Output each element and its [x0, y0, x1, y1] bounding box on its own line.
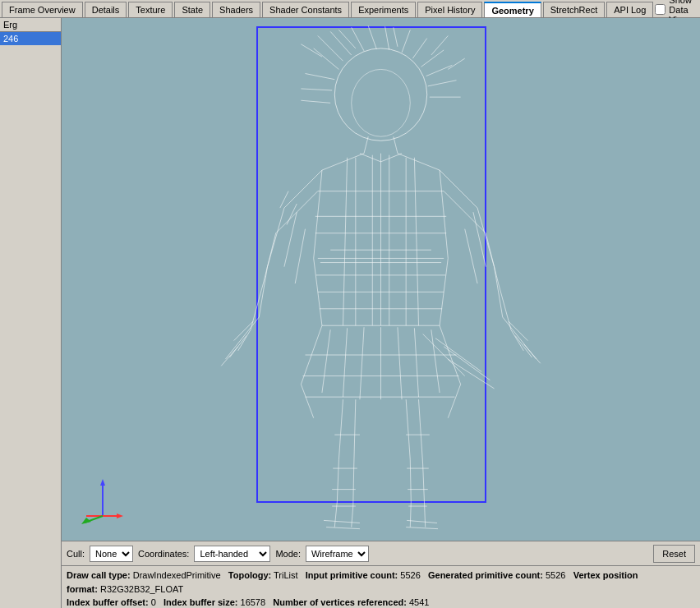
mode-select[interactable]: Wireframe Solid Textured	[306, 546, 369, 562]
svg-line-46	[251, 283, 263, 329]
svg-line-64	[515, 335, 532, 357]
svg-line-51	[238, 329, 251, 351]
svg-line-57	[477, 208, 494, 267]
mode-label: Mode:	[275, 549, 301, 559]
tab-experiments[interactable]: Experiments	[351, 2, 416, 17]
tab-pixel-history[interactable]: Pixel History	[417, 2, 482, 17]
topology-val: TriList	[274, 570, 298, 580]
svg-line-8	[412, 39, 426, 59]
svg-line-84	[354, 399, 356, 464]
svg-line-87	[334, 502, 337, 527]
svg-line-117	[473, 212, 486, 266]
svg-line-20	[301, 100, 330, 103]
svg-line-69	[301, 385, 313, 418]
svg-line-47	[280, 191, 288, 208]
viewport[interactable]	[62, 18, 700, 541]
svg-line-115	[284, 212, 297, 266]
tab-shaders[interactable]: Shaders	[212, 2, 260, 17]
svg-line-10	[426, 65, 453, 76]
svg-point-0	[334, 48, 426, 140]
coordinates-select[interactable]: Left-handed Right-handed	[194, 546, 270, 562]
svg-marker-126	[81, 518, 91, 524]
tab-frame-overview[interactable]: Frame Overview	[2, 2, 83, 17]
svg-line-116	[295, 229, 305, 283]
svg-line-94	[324, 520, 360, 523]
svg-line-100	[425, 506, 426, 527]
wireframe-character	[62, 18, 700, 541]
tab-stretchrect[interactable]: StretchRect	[543, 2, 605, 17]
controls-bar: Cull: None CW CCW Coordinates: Left-hand…	[62, 541, 700, 565]
svg-line-24	[322, 154, 364, 170]
svg-line-16	[338, 30, 355, 48]
svg-line-60	[499, 283, 511, 329]
tab-api-log[interactable]: API Log	[606, 2, 653, 17]
sidebar: Erg 246	[0, 18, 62, 608]
svg-line-97	[410, 460, 411, 502]
tab-state[interactable]: State	[174, 2, 210, 17]
svg-line-63	[511, 329, 523, 351]
cull-select[interactable]: None CW CCW	[90, 546, 133, 562]
svg-point-21	[352, 69, 411, 136]
svg-line-111	[360, 154, 381, 162]
svg-line-70	[448, 385, 460, 418]
svg-line-5	[368, 25, 376, 49]
svg-line-32	[343, 158, 347, 325]
index-size-val: 16578	[241, 597, 266, 607]
sidebar-item[interactable]: 246	[0, 32, 61, 45]
tab-details[interactable]: Details	[85, 2, 127, 17]
input-primitive-label: Input primitive count:	[306, 570, 398, 580]
svg-line-118	[465, 229, 477, 283]
topology-label: Topology:	[228, 570, 271, 580]
svg-line-56	[444, 191, 486, 233]
vertex-format-val: R32G32B32_FLOAT	[100, 584, 183, 594]
svg-line-66	[523, 344, 540, 364]
svg-line-12	[305, 74, 334, 80]
index-size-label: Index buffer size:	[163, 597, 237, 607]
draw-call-type-val: DrawIndexedPrimitive	[133, 570, 221, 580]
svg-line-7	[402, 30, 410, 53]
svg-line-99	[410, 502, 411, 527]
svg-line-98	[423, 464, 425, 506]
info-line-1: Draw call type: DrawIndexedPrimitive Top…	[67, 569, 695, 596]
svg-line-13	[301, 89, 332, 90]
axis-widget	[78, 475, 127, 524]
tab-shader-constants[interactable]: Shader Constants	[262, 2, 349, 17]
generated-primitive-val: 5526	[546, 570, 565, 580]
index-offset-val: 0	[151, 597, 156, 607]
tab-texture[interactable]: Texture	[128, 2, 173, 17]
info-bar: Draw call type: DrawIndexedPrimitive Top…	[62, 565, 700, 608]
svg-line-48	[287, 204, 297, 225]
right-panel: Cull: None CW CCW Coordinates: Left-hand…	[62, 18, 700, 608]
input-primitive-val: 5526	[400, 570, 420, 580]
reset-button[interactable]: Reset	[653, 545, 695, 563]
svg-line-49	[242, 317, 259, 339]
svg-line-53	[225, 339, 242, 360]
svg-line-55	[440, 170, 477, 208]
svg-line-86	[353, 464, 354, 506]
svg-line-50	[234, 321, 254, 341]
svg-line-17	[394, 27, 398, 47]
svg-line-96	[419, 399, 423, 464]
svg-marker-122	[100, 479, 105, 486]
svg-line-43	[267, 208, 283, 267]
svg-line-27	[440, 170, 448, 258]
svg-line-75	[431, 329, 440, 393]
svg-line-119	[360, 327, 364, 399]
svg-line-54	[221, 347, 237, 366]
svg-line-71	[322, 329, 330, 393]
svg-line-41	[284, 170, 322, 208]
svg-line-26	[314, 170, 322, 258]
svg-line-44	[263, 233, 275, 283]
svg-line-18	[431, 36, 448, 56]
svg-line-106	[407, 520, 437, 523]
svg-line-61	[503, 317, 519, 339]
svg-line-4	[352, 27, 364, 51]
show-data-viewer-checkbox[interactable]	[655, 4, 665, 15]
svg-line-11	[428, 81, 457, 86]
svg-line-9	[421, 50, 444, 67]
svg-line-112	[381, 154, 403, 162]
num-vertices-val: 4541	[409, 597, 429, 607]
tab-geometry[interactable]: Geometry	[484, 2, 541, 17]
svg-line-59	[495, 267, 503, 317]
svg-line-85	[337, 460, 338, 502]
